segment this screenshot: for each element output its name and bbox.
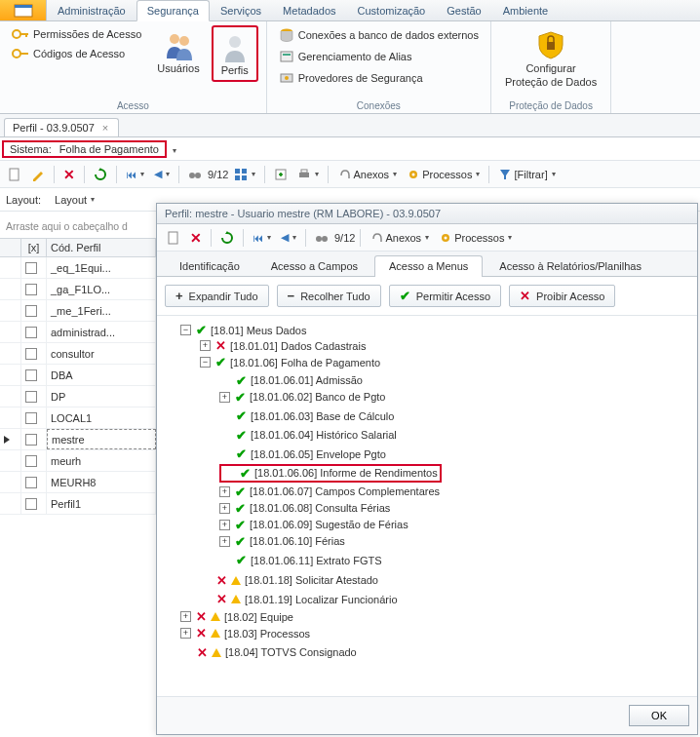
- perfis-button[interactable]: Perfis: [212, 25, 258, 82]
- expander-icon[interactable]: −: [200, 357, 211, 368]
- refresh-button[interactable]: [90, 165, 111, 184]
- layout-dropdown[interactable]: Layout: [51, 191, 98, 209]
- print-button[interactable]: [293, 165, 323, 184]
- popup-processos-button[interactable]: Processos: [435, 228, 516, 248]
- conexoes-externas-button[interactable]: Conexões a banco de dados externos: [275, 25, 483, 45]
- row-checkbox-cell[interactable]: [21, 365, 47, 385]
- prev-button[interactable]: ◀: [150, 165, 174, 183]
- document-tab[interactable]: Perfil - 03.9.0507 ×: [4, 118, 119, 136]
- checkbox-icon[interactable]: [25, 305, 37, 317]
- expander-icon[interactable]: +: [200, 340, 211, 351]
- tree-node[interactable]: [18.03] Processos: [224, 628, 310, 640]
- tab-acesso-menus[interactable]: Acesso a Menus: [374, 255, 483, 277]
- edit-button[interactable]: [27, 165, 49, 184]
- row-checkbox-cell[interactable]: [21, 322, 47, 342]
- tree-node[interactable]: [18.01.06.01] Admissão: [251, 374, 363, 386]
- menu-tab-ambiente[interactable]: Ambiente: [492, 0, 559, 20]
- usuarios-button[interactable]: Usuários: [151, 25, 205, 78]
- processos-button[interactable]: Processos: [403, 165, 484, 184]
- menu-tab-seguranca[interactable]: Segurança: [136, 0, 210, 21]
- configurar-protecao-button[interactable]: Configurar Proteção de Dados: [499, 25, 603, 92]
- checkbox-icon[interactable]: [25, 434, 37, 446]
- grid-header-checkbox[interactable]: [x]: [21, 239, 47, 256]
- expander-icon[interactable]: +: [180, 611, 191, 622]
- row-checkbox-cell[interactable]: [21, 300, 47, 321]
- tree-node[interactable]: [18.01.06.05] Envelope Pgto: [251, 448, 386, 460]
- popup-first-button[interactable]: ⏮: [249, 229, 275, 247]
- grid-header-codperfil[interactable]: Cód. Perfil: [47, 239, 156, 256]
- row-checkbox-cell[interactable]: [21, 429, 47, 449]
- row-checkbox-cell[interactable]: [21, 257, 47, 278]
- checkbox-icon[interactable]: [25, 455, 37, 467]
- ok-button[interactable]: OK: [629, 705, 689, 726]
- system-selector[interactable]: Sistema: Folha de Pagamento: [2, 140, 167, 158]
- view-button[interactable]: [230, 165, 259, 184]
- filtrar-button[interactable]: [Filtrar]: [494, 165, 559, 184]
- table-row[interactable]: Perfil1: [0, 493, 156, 515]
- tree-node[interactable]: [18.01.01] Dados Cadastrais: [230, 340, 366, 352]
- delete-button[interactable]: ✕: [59, 164, 79, 185]
- checkbox-icon[interactable]: [25, 327, 37, 338]
- menu-tab-metadados[interactable]: Metadados: [272, 0, 346, 20]
- permit-access-button[interactable]: ✔Permitir Acesso: [389, 285, 501, 307]
- row-checkbox-cell[interactable]: [21, 343, 47, 364]
- row-checkbox-cell[interactable]: [21, 279, 47, 299]
- codigos-acesso-button[interactable]: Códigos de Acesso: [8, 45, 145, 62]
- table-row[interactable]: MEURH8: [0, 472, 156, 493]
- table-row[interactable]: consultor: [0, 343, 156, 365]
- menu-tab-gestao[interactable]: Gestão: [436, 0, 491, 20]
- gerenciamento-alias-button[interactable]: Gerenciamento de Alias: [275, 47, 483, 66]
- menu-tab-administracao[interactable]: Administração: [47, 0, 136, 20]
- tree-node[interactable]: [18.01.06.04] Histórico Salarial: [251, 429, 397, 441]
- tree-node[interactable]: [18.01.06] Folha de Pagamento: [230, 357, 380, 368]
- anexos-button[interactable]: Anexos: [333, 165, 401, 184]
- expander-icon[interactable]: +: [219, 392, 230, 403]
- tab-acesso-campos[interactable]: Acesso a Campos: [256, 255, 372, 276]
- row-checkbox-cell[interactable]: [21, 386, 47, 407]
- system-dropdown-arrow[interactable]: [171, 143, 176, 155]
- expander-icon[interactable]: +: [219, 536, 230, 547]
- find-button[interactable]: [184, 165, 206, 184]
- popup-anexos-button[interactable]: Anexos: [366, 228, 433, 248]
- table-row[interactable]: _eq_1Equi...: [0, 257, 156, 279]
- table-row[interactable]: _me_1Feri...: [0, 300, 156, 322]
- table-row[interactable]: DBA: [0, 365, 156, 386]
- tab-identificacao[interactable]: Identificação: [165, 255, 254, 276]
- popup-find-button[interactable]: [311, 228, 332, 248]
- checkbox-icon[interactable]: [25, 477, 37, 488]
- new-button[interactable]: [4, 165, 25, 184]
- checkbox-icon[interactable]: [25, 262, 37, 274]
- popup-delete-button[interactable]: ✕: [186, 227, 206, 249]
- tree-node[interactable]: [18.01.06.10] Férias: [250, 535, 345, 547]
- tree-node[interactable]: [18.01.06.08] Consulta Férias: [250, 502, 390, 514]
- checkbox-icon[interactable]: [25, 412, 37, 424]
- tree-node[interactable]: [18.01.06.06] Informe de Rendimentos: [254, 467, 438, 479]
- table-row[interactable]: DP: [0, 386, 156, 407]
- app-menu-button[interactable]: [0, 0, 47, 20]
- menu-tree[interactable]: −✔[18.01] Meus Dados +✕[18.01.01] Dados …: [157, 316, 697, 696]
- provedores-button[interactable]: Provedores de Segurança: [275, 68, 483, 88]
- row-checkbox-cell[interactable]: [21, 493, 47, 514]
- row-checkbox-cell[interactable]: [21, 407, 47, 428]
- row-checkbox-cell[interactable]: [21, 450, 47, 471]
- tree-node[interactable]: [18.01.06.11] Extrato FGTS: [251, 555, 382, 566]
- deny-access-button[interactable]: ✕Proibir Acesso: [509, 285, 615, 307]
- tree-node[interactable]: [18.01.19] Localizar Funcionário: [245, 594, 398, 605]
- expander-icon[interactable]: +: [219, 486, 230, 497]
- popup-prev-button[interactable]: ◀: [277, 228, 300, 247]
- permissoes-acesso-button[interactable]: Permissões de Acesso: [8, 25, 145, 43]
- table-row[interactable]: _ga_F1LO...: [0, 279, 156, 300]
- tree-node[interactable]: [18.01.06.09] Sugestão de Férias: [250, 519, 408, 530]
- collapse-all-button[interactable]: −Recolher Tudo: [277, 285, 381, 307]
- tree-node[interactable]: [18.01.06.07] Campos Complementares: [250, 485, 440, 497]
- expand-all-button[interactable]: +Expandir Tudo: [165, 285, 269, 307]
- checkbox-icon[interactable]: [25, 391, 37, 403]
- table-row[interactable]: LOCAL1: [0, 407, 156, 429]
- tree-node[interactable]: [18.01.06.02] Banco de Pgto: [250, 391, 385, 403]
- tab-acesso-relatorios[interactable]: Acesso à Relatórios/Planilhas: [485, 255, 656, 276]
- expander-icon[interactable]: +: [219, 503, 230, 514]
- checkbox-icon[interactable]: [25, 369, 37, 381]
- checkbox-icon[interactable]: [25, 348, 37, 360]
- table-row[interactable]: mestre: [0, 429, 156, 450]
- tree-node[interactable]: [18.01.06.03] Base de Cálculo: [251, 410, 394, 422]
